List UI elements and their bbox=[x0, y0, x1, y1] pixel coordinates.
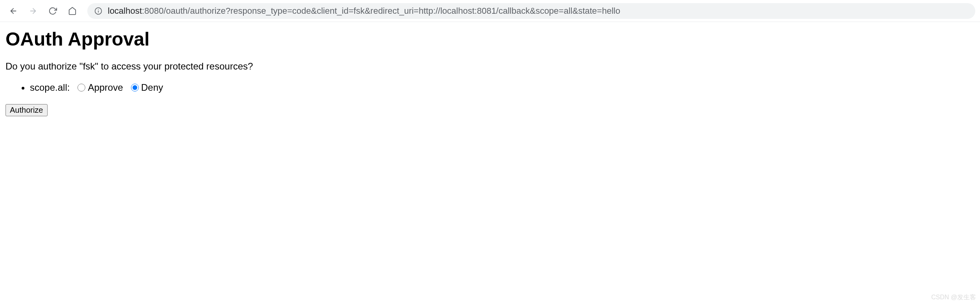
back-button[interactable] bbox=[5, 2, 22, 20]
home-button[interactable] bbox=[64, 2, 81, 20]
page-content: OAuth Approval Do you authorize "fsk" to… bbox=[0, 22, 980, 123]
address-bar[interactable]: localhost:8080/oauth/authorize?response_… bbox=[87, 3, 975, 19]
reload-icon bbox=[48, 7, 57, 15]
authorize-button[interactable]: Authorize bbox=[6, 104, 48, 116]
scope-item: scope.all: Approve Deny bbox=[30, 82, 974, 93]
browser-toolbar: localhost:8080/oauth/authorize?response_… bbox=[0, 0, 980, 22]
arrow-left-icon bbox=[9, 7, 18, 15]
url-text: localhost:8080/oauth/authorize?response_… bbox=[108, 6, 620, 16]
deny-label: Deny bbox=[141, 82, 163, 93]
url-path: :8080/oauth/authorize?response_type=code… bbox=[142, 6, 620, 16]
scope-list: scope.all: Approve Deny bbox=[6, 82, 974, 93]
scope-label: scope.all: bbox=[30, 82, 70, 93]
approve-radio[interactable] bbox=[77, 84, 85, 92]
url-host: localhost bbox=[108, 6, 142, 16]
approve-label: Approve bbox=[88, 82, 123, 93]
deny-radio[interactable] bbox=[131, 84, 139, 92]
forward-button[interactable] bbox=[24, 2, 42, 20]
auth-prompt: Do you authorize "fsk" to access your pr… bbox=[6, 61, 974, 72]
reload-button[interactable] bbox=[44, 2, 61, 20]
home-icon bbox=[68, 7, 77, 15]
site-info-icon[interactable] bbox=[94, 7, 102, 15]
arrow-right-icon bbox=[29, 7, 37, 15]
page-title: OAuth Approval bbox=[6, 28, 974, 50]
